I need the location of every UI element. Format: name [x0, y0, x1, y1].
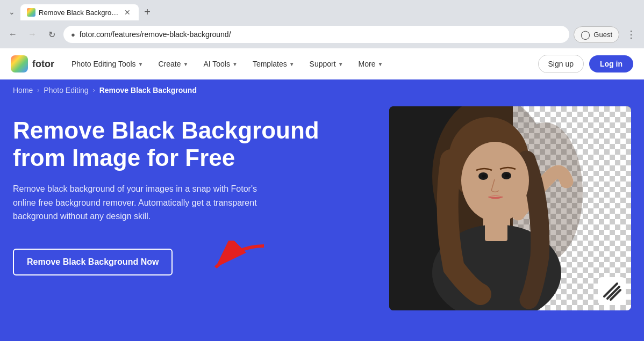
tab-active[interactable]: Remove Black Background fr ✕ — [20, 4, 139, 20]
breadcrumb-current: Remove Black Background — [99, 86, 197, 95]
nav-label-templates: Templates — [253, 60, 287, 68]
hero-image-area — [389, 106, 631, 310]
hero-title: Remove Black Background from Image for F… — [13, 117, 368, 171]
nav-menu: Photo Editing Tools ▼ Create ▼ AI Tools … — [65, 56, 538, 71]
tab-title: Remove Black Background fr — [39, 9, 119, 17]
nav-item-photo-editing[interactable]: Photo Editing Tools ▼ — [65, 56, 150, 71]
browser-chrome: ⌄ Remove Black Background fr ✕ + ← → ↻ ●… — [0, 0, 644, 48]
chevron-down-icon-4: ▼ — [338, 61, 344, 67]
red-arrow-icon — [183, 241, 269, 284]
hero-image-container — [389, 106, 631, 310]
nav-item-more[interactable]: More ▼ — [352, 56, 390, 71]
nav-label-more: More — [359, 60, 376, 68]
chevron-down-icon-1: ▼ — [183, 61, 189, 67]
breadcrumb: Home › Photo Editing › Remove Black Back… — [0, 79, 644, 101]
address-bar[interactable]: ● fotor.com/features/remove-black-backgr… — [63, 26, 569, 43]
nav-item-create[interactable]: Create ▼ — [152, 56, 195, 71]
chevron-down-icon-0: ▼ — [138, 61, 144, 67]
breadcrumb-separator-1: › — [37, 86, 39, 94]
chevron-down-icon-2: ▼ — [232, 61, 238, 67]
svg-point-19 — [461, 142, 529, 219]
hero-left: Remove Black Background from Image for F… — [13, 112, 368, 284]
new-tab-button[interactable]: + — [140, 4, 155, 19]
profile-label: Guest — [593, 31, 612, 39]
chevron-down-icon-3: ▼ — [289, 61, 295, 67]
chevron-down-icon-5: ▼ — [377, 61, 383, 67]
nav-label-photo-editing: Photo Editing Tools — [71, 60, 136, 68]
nav-item-support[interactable]: Support ▼ — [303, 56, 350, 71]
tab-close-icon[interactable]: ✕ — [123, 8, 132, 17]
main-nav: fotor Photo Editing Tools ▼ Create ▼ AI … — [0, 48, 644, 79]
nav-label-create: Create — [159, 60, 181, 68]
nav-reload-button[interactable]: ↻ — [44, 27, 59, 42]
address-bar-row: ← → ↻ ● fotor.com/features/remove-black-… — [0, 20, 644, 48]
browser-menu-button[interactable]: ⋮ — [624, 27, 639, 42]
address-url: fotor.com/features/remove-black-backgrou… — [80, 30, 562, 39]
nav-item-ai-tools[interactable]: AI Tools ▼ — [197, 56, 244, 71]
tab-favicon — [27, 8, 35, 17]
tab-bar: ⌄ Remove Black Background fr ✕ + ← → ↻ ●… — [0, 0, 644, 48]
page-content: fotor Photo Editing Tools ▼ Create ▼ AI … — [0, 48, 644, 341]
nav-actions: Sign up Log in — [538, 55, 633, 73]
tab-list-button[interactable]: ⌄ — [4, 4, 19, 19]
hero-cta-row: Remove Black Background Now — [13, 241, 368, 284]
profile-button[interactable]: ◯ Guest — [574, 26, 619, 43]
profile-icon: ◯ — [581, 30, 590, 40]
watermark-icon — [598, 277, 626, 305]
svg-rect-24 — [485, 212, 507, 241]
hero-description: Remove black background of your images i… — [13, 182, 282, 223]
logo-icon — [11, 55, 28, 72]
nav-item-templates[interactable]: Templates ▼ — [246, 56, 301, 71]
svg-point-22 — [482, 175, 486, 178]
nav-label-support: Support — [310, 60, 336, 68]
breadcrumb-separator-2: › — [93, 86, 95, 94]
breadcrumb-photo-editing[interactable]: Photo Editing — [44, 86, 88, 95]
logo[interactable]: fotor — [11, 55, 54, 72]
signup-button[interactable]: Sign up — [538, 55, 584, 73]
nav-label-ai-tools: AI Tools — [203, 60, 230, 68]
person-silhouette — [389, 106, 631, 310]
hero-section: Remove Black Background from Image for F… — [0, 101, 644, 341]
cta-button[interactable]: Remove Black Background Now — [13, 249, 173, 275]
diagonal-lines-icon — [602, 281, 621, 301]
nav-forward-button[interactable]: → — [25, 27, 40, 42]
login-button[interactable]: Log in — [589, 55, 633, 72]
nav-back-button[interactable]: ← — [5, 27, 20, 42]
logo-text: fotor — [32, 59, 54, 70]
breadcrumb-home[interactable]: Home — [13, 86, 33, 95]
svg-point-23 — [505, 174, 509, 177]
lock-icon: ● — [71, 31, 75, 39]
